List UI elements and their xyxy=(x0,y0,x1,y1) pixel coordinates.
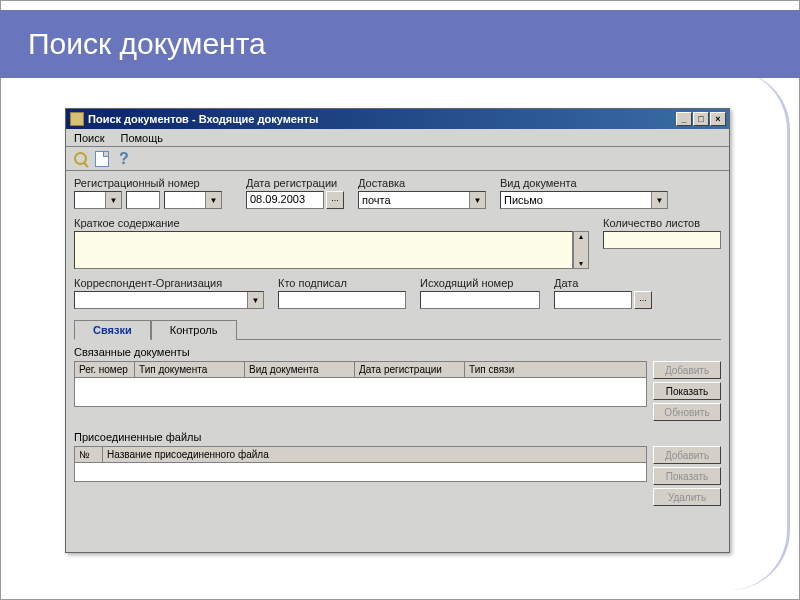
doc-type-combo[interactable]: Письмо▼ xyxy=(500,191,668,209)
signed-by-input[interactable] xyxy=(278,291,406,309)
signed-by-label: Кто подписал xyxy=(278,277,406,289)
delivery-combo[interactable]: почта▼ xyxy=(358,191,486,209)
correspondent-combo[interactable]: ▼ xyxy=(74,291,264,309)
summary-scrollbar[interactable] xyxy=(573,231,589,269)
help-icon: ? xyxy=(119,150,129,168)
maximize-button[interactable]: □ xyxy=(693,112,709,126)
magnifier-icon xyxy=(74,152,87,165)
col-file-name[interactable]: Название присоединенного файла xyxy=(103,447,646,462)
reg-date-input[interactable]: 08.09.2003 xyxy=(246,191,324,209)
pages-label: Количество листов xyxy=(603,217,721,229)
doc-type-label: Вид документа xyxy=(500,177,668,189)
linked-docs-title: Связанные документы xyxy=(74,346,721,358)
correspondent-label: Корреспондент-Организация xyxy=(74,277,264,289)
files-grid[interactable]: № Название присоединенного файла xyxy=(74,446,647,482)
slide-header: Поиск документа xyxy=(0,10,800,78)
new-doc-icon xyxy=(95,151,109,167)
files-add-button[interactable]: Добавить xyxy=(653,446,721,464)
outgoing-no-input[interactable] xyxy=(420,291,540,309)
form-area: Регистрационный номер ▼ ▼ Дата регистрац… xyxy=(66,171,729,512)
summary-label: Краткое содержание xyxy=(74,217,589,229)
menu-help[interactable]: Помощь xyxy=(116,132,167,144)
col-date[interactable]: Дата регистрации xyxy=(355,362,465,377)
col-reg[interactable]: Рег. номер xyxy=(75,362,135,377)
date-input[interactable] xyxy=(554,291,632,309)
linked-refresh-button[interactable]: Обновить xyxy=(653,403,721,421)
menubar: Поиск Помощь xyxy=(66,129,729,147)
tab-links[interactable]: Связки xyxy=(74,320,151,340)
files-show-button[interactable]: Показать xyxy=(653,467,721,485)
doc-type-value: Письмо xyxy=(504,194,543,206)
files-delete-button[interactable]: Удалить xyxy=(653,488,721,506)
reg-number-label: Регистрационный номер xyxy=(74,177,232,189)
reg-number-prefix-combo[interactable]: ▼ xyxy=(74,191,122,209)
menu-search[interactable]: Поиск xyxy=(70,132,108,144)
reg-number-suffix-combo[interactable]: ▼ xyxy=(164,191,222,209)
chevron-down-icon: ▼ xyxy=(651,192,667,208)
search-button[interactable] xyxy=(70,149,90,169)
toolbar: ? xyxy=(66,147,729,171)
delivery-value: почта xyxy=(362,194,391,206)
window-title: Поиск документов - Входящие документы xyxy=(88,113,676,125)
col-doc-type[interactable]: Тип документа xyxy=(135,362,245,377)
window-titlebar[interactable]: Поиск документов - Входящие документы _ … xyxy=(66,109,729,129)
reg-number-input[interactable] xyxy=(126,191,160,209)
linked-add-button[interactable]: Добавить xyxy=(653,361,721,379)
tab-control[interactable]: Контроль xyxy=(151,320,237,340)
new-button[interactable] xyxy=(92,149,112,169)
chevron-down-icon: ▼ xyxy=(247,292,263,308)
col-kind[interactable]: Вид документа xyxy=(245,362,355,377)
chevron-down-icon: ▼ xyxy=(105,192,121,208)
linked-show-button[interactable]: Показать xyxy=(653,382,721,400)
close-button[interactable]: × xyxy=(710,112,726,126)
attached-files-title: Присоединенные файлы xyxy=(74,431,721,443)
linked-docs-grid[interactable]: Рег. номер Тип документа Вид документа Д… xyxy=(74,361,647,407)
reg-date-label: Дата регистрации xyxy=(246,177,344,189)
app-icon xyxy=(70,112,84,126)
chevron-down-icon: ▼ xyxy=(469,192,485,208)
slide-title: Поиск документа xyxy=(28,27,266,61)
help-button[interactable]: ? xyxy=(114,149,134,169)
app-window: Поиск документов - Входящие документы _ … xyxy=(65,108,730,553)
pages-input[interactable] xyxy=(603,231,721,249)
date-label: Дата xyxy=(554,277,652,289)
col-file-num[interactable]: № xyxy=(75,447,103,462)
col-link[interactable]: Тип связи xyxy=(465,362,646,377)
tab-bar: Связки Контроль xyxy=(74,319,721,339)
chevron-down-icon: ▼ xyxy=(205,192,221,208)
date-picker-button[interactable]: ··· xyxy=(634,291,652,309)
summary-textarea[interactable] xyxy=(74,231,573,269)
delivery-label: Доставка xyxy=(358,177,486,189)
minimize-button[interactable]: _ xyxy=(676,112,692,126)
outgoing-no-label: Исходящий номер xyxy=(420,277,540,289)
reg-date-picker-button[interactable]: ··· xyxy=(326,191,344,209)
